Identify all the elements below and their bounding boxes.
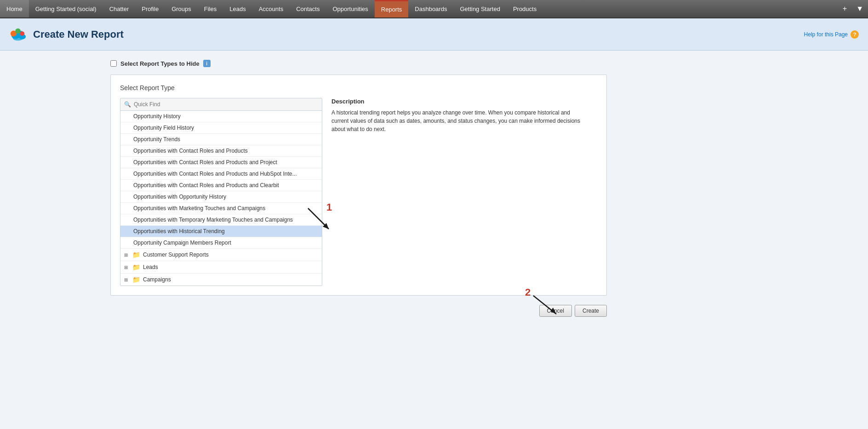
svg-point-4 — [15, 28, 20, 33]
list-item[interactable]: Opportunities with Marketing Touches and… — [120, 203, 322, 214]
list-item[interactable]: Opportunity Campaign Members Report — [120, 237, 322, 249]
list-item[interactable]: Opportunities with Contact Roles and Pro… — [120, 145, 322, 157]
folder-item[interactable]: ⊞ 📁 Customer Support Reports — [120, 249, 322, 261]
folder-icon: 📁 — [132, 276, 140, 283]
hide-checkbox[interactable] — [110, 60, 117, 67]
help-link[interactable]: Help for this Page ? — [804, 30, 859, 39]
list-item[interactable]: Opportunity Trends — [120, 134, 322, 145]
page-title: Create New Report — [33, 29, 124, 40]
description-text: A historical trending report helps you a… — [331, 109, 588, 133]
nav-item-dashboards[interactable]: Dashboards — [408, 0, 453, 17]
search-icon: 🔍 — [124, 101, 131, 108]
expand-icon: ⊞ — [124, 277, 130, 282]
list-panel: 🔍 Opportunity HistoryOpportunity Field H… — [120, 98, 322, 286]
nav-item-groups[interactable]: Groups — [165, 0, 198, 17]
nav-item-files[interactable]: Files — [198, 0, 223, 17]
folder-item[interactable]: ⊞ 📁 Leads — [120, 261, 322, 274]
list-item[interactable]: Opportunities with Contact Roles and Pro… — [120, 168, 322, 180]
hide-label[interactable]: Select Report Types to Hide — [120, 60, 200, 67]
list-item[interactable]: Opportunities with Opportunity History — [120, 191, 322, 203]
nav-item-getting-started[interactable]: Getting Started — [453, 0, 506, 17]
list-item[interactable]: Opportunities with Contact Roles and Pro… — [120, 157, 322, 168]
folder-label: Customer Support Reports — [143, 252, 209, 258]
quick-find-wrapper: 🔍 — [120, 98, 322, 111]
help-link-text: Help for this Page — [804, 31, 848, 38]
expand-icon: ⊞ — [124, 252, 130, 257]
info-icon[interactable]: i — [203, 60, 211, 67]
nav-item-chatter[interactable]: Chatter — [103, 0, 136, 17]
list-item[interactable]: Opportunities with Historical Trending — [120, 226, 322, 237]
svg-point-6 — [13, 35, 23, 40]
top-navigation: Home Getting Started (social) Chatter Pr… — [0, 0, 868, 18]
expand-icon: ⊞ — [124, 265, 130, 270]
header-bar: Create New Report Help for this Page ? — [0, 18, 868, 51]
svg-point-5 — [20, 31, 25, 36]
list-item[interactable]: Opportunities with Temporary Marketing T… — [120, 214, 322, 226]
folder-icon: 📁 — [132, 251, 140, 258]
nav-plus-button[interactable]: + — [838, 0, 851, 17]
nav-item-products[interactable]: Products — [507, 0, 543, 17]
salesforce-logo — [9, 26, 27, 43]
list-items: Opportunity HistoryOpportunity Field His… — [120, 111, 322, 286]
list-item[interactable]: Opportunity History — [120, 111, 322, 122]
list-item[interactable]: Opportunity Field History — [120, 122, 322, 134]
nav-item-accounts[interactable]: Accounts — [252, 0, 290, 17]
selector-panel: Select Report Type 🔍 Opportunity History… — [110, 74, 607, 296]
cancel-button[interactable]: Cancel — [539, 305, 572, 317]
description-panel: Description A historical trending report… — [322, 98, 597, 286]
folder-label: Leads — [143, 264, 158, 270]
folder-icon: 📁 — [132, 263, 140, 271]
nav-item-leads[interactable]: Leads — [223, 0, 252, 17]
nav-item-profile[interactable]: Profile — [135, 0, 165, 17]
bottom-actions: Cancel Create — [110, 305, 607, 317]
help-icon: ? — [851, 30, 859, 39]
folder-label: Campaigns — [143, 276, 171, 283]
panel-body: 🔍 Opportunity HistoryOpportunity Field H… — [120, 98, 597, 286]
panel-title: Select Report Type — [120, 84, 597, 92]
description-title: Description — [331, 98, 588, 105]
folder-item[interactable]: ⊞ 📁 Campaigns — [120, 274, 322, 286]
nav-item-home[interactable]: Home — [0, 0, 29, 17]
nav-item-getting-started-social[interactable]: Getting Started (social) — [29, 0, 103, 17]
nav-item-opportunities[interactable]: Opportunities — [326, 0, 374, 17]
hide-row: Select Report Types to Hide i — [110, 60, 854, 67]
main-content: Select Report Types to Hide i Select Rep… — [0, 51, 868, 429]
nav-item-reports[interactable]: Reports — [375, 0, 409, 17]
list-item[interactable]: Opportunities with Contact Roles and Pro… — [120, 180, 322, 191]
nav-more-button[interactable]: ▼ — [851, 0, 868, 17]
search-input[interactable] — [134, 101, 318, 108]
nav-item-contacts[interactable]: Contacts — [290, 0, 326, 17]
create-button[interactable]: Create — [575, 305, 607, 317]
